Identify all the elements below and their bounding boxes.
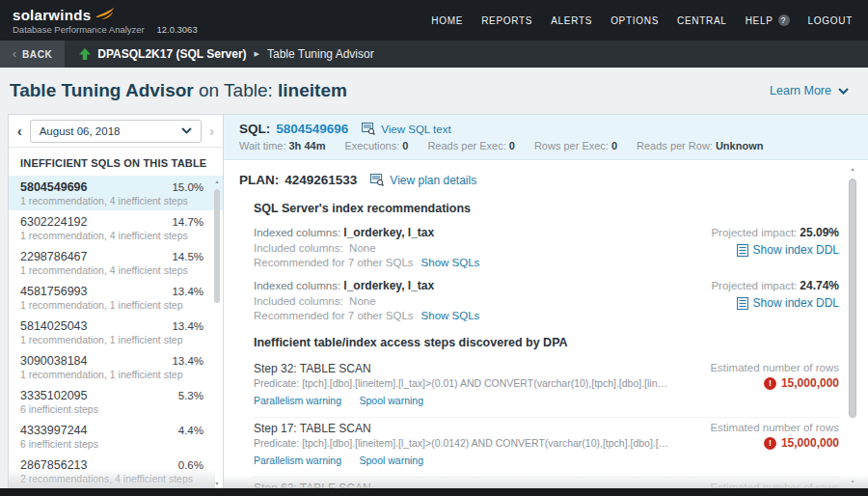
version-number: 12.0.3063 xyxy=(156,24,197,35)
solarwinds-brand: solarwinds xyxy=(13,9,91,22)
scrollbar-thumb[interactable] xyxy=(214,189,220,303)
nav-home[interactable]: HOME xyxy=(431,15,463,26)
sql-list-item[interactable]: 309003818413.4% 1 recommendation, 1 inef… xyxy=(9,349,223,384)
back-label: BACK xyxy=(22,49,52,60)
sql-stats-row: Wait time:3h 44m Executions:0 Reads per … xyxy=(239,140,853,152)
sql-list: 580454969615.0% 1 recommendation, 4 inef… xyxy=(9,176,223,488)
page-title: Table Tuning Advisor on Table: lineitem xyxy=(10,80,347,101)
learn-more-link[interactable]: Learn More xyxy=(770,84,849,97)
solarwinds-logo-icon xyxy=(95,7,116,19)
access-step: Step 62: TABLE SCAN Predicate: [tpch].[d… xyxy=(254,477,839,488)
chevron-down-icon xyxy=(181,127,192,134)
inefficient-sqls-title: INEFFICIENT SQLS ON THIS TABLE xyxy=(9,148,223,176)
index-recommendation: Indexed columns: l_orderkey, l_tax Inclu… xyxy=(254,226,839,268)
chevron-down-icon xyxy=(838,88,849,95)
alert-icon: ! xyxy=(764,377,776,390)
scroll-up-icon[interactable]: ▴ xyxy=(213,178,221,184)
sql-list-item[interactable]: 43339972444.4% 6 inefficient steps xyxy=(9,419,223,454)
chevron-left-icon: ‹ xyxy=(13,48,16,60)
breadcrumb-bar: ‹ BACK DPASQL2K17 (SQL Server) ▶ Table T… xyxy=(0,41,868,68)
back-button[interactable]: ‹ BACK xyxy=(0,41,65,68)
sql-list-item[interactable]: 630222419214.7% 1 recommendation, 4 inef… xyxy=(9,210,223,245)
show-sqls-link[interactable]: Show SQLs xyxy=(421,257,480,268)
sql-label: SQL: xyxy=(239,122,270,136)
status-up-arrow-icon xyxy=(79,48,91,60)
previous-day-button[interactable]: ‹ xyxy=(17,124,22,139)
estimated-rows-value: 15,000,000 xyxy=(781,436,839,450)
nav-alerts[interactable]: ALERTS xyxy=(551,15,592,26)
content-area: ‹ August 06, 2018 › INEFFICIENT SQLS ON … xyxy=(0,114,868,488)
sql-id-link[interactable]: 5804549696 xyxy=(276,122,348,136)
nav-options[interactable]: OPTIONS xyxy=(610,15,659,26)
plan-id: 4249261533 xyxy=(285,173,357,187)
sql-list-item[interactable]: 580454969615.0% 1 recommendation, 4 inef… xyxy=(9,176,223,210)
plan-label: PLAN: xyxy=(239,173,279,187)
parallelism-warning-link[interactable]: Parallelism warning xyxy=(254,395,341,406)
alert-icon: ! xyxy=(764,437,776,450)
show-sqls-link[interactable]: Show SQLs xyxy=(421,310,480,321)
spool-warning-link[interactable]: Spool warning xyxy=(360,455,424,466)
next-day-button[interactable]: › xyxy=(209,124,214,139)
date-dropdown[interactable]: August 06, 2018 xyxy=(30,120,203,143)
plan-details-area: PLAN: 4249261533 View plan details SQL S… xyxy=(224,160,868,488)
access-step: Step 17: TABLE SCAN Predicate: [tpch].[d… xyxy=(254,417,839,468)
sidebar: ‹ August 06, 2018 › INEFFICIENT SQLS ON … xyxy=(8,114,224,488)
table-name: lineitem xyxy=(278,80,347,100)
show-index-ddl-link[interactable]: Show index DDL xyxy=(753,243,839,257)
parallelism-warning-link[interactable]: Parallelism warning xyxy=(254,455,341,466)
dpa-app-window: solarwinds Database Performance Analyzer… xyxy=(0,0,868,496)
nav-reports[interactable]: REPORTS xyxy=(481,15,532,26)
sql-list-item[interactable]: 581402504313.4% 1 recommendation, 1 inef… xyxy=(9,315,223,349)
step-predicate: Predicate: [tpch].[dbo].[lineitem].[l_ta… xyxy=(254,437,670,449)
access-step: Step 32: TABLE SCAN Predicate: [tpch].[d… xyxy=(254,358,839,408)
ddl-document-icon xyxy=(737,244,748,257)
help-question-icon: ? xyxy=(778,14,790,26)
index-recommendations-title: SQL Server's index recommendations xyxy=(254,202,839,215)
window-bottom-edge xyxy=(0,488,868,496)
view-plan-details-icon xyxy=(370,174,384,186)
estimated-rows-value: 15,000,000 xyxy=(781,376,839,390)
main-panel: SQL: 5804549696 View SQL text Wait time:… xyxy=(224,114,868,488)
product-name: Database Performance Analyzer xyxy=(13,24,145,35)
view-plan-details-link[interactable]: View plan details xyxy=(390,174,476,187)
scroll-up-icon[interactable]: ▴ xyxy=(848,165,857,172)
nav-logout[interactable]: LOGOUT xyxy=(808,15,853,26)
breadcrumb-arrow-icon: ▶ xyxy=(255,50,259,58)
sql-summary-strip: SQL: 5804549696 View SQL text Wait time:… xyxy=(224,115,868,160)
top-navigation: HOME REPORTS ALERTS OPTIONS CENTRAL HELP… xyxy=(431,14,853,26)
title-bar: Table Tuning Advisor on Table: lineitem … xyxy=(0,68,868,114)
sql-list-item[interactable]: 33351020955.3% 6 inefficient steps xyxy=(9,384,223,419)
scroll-down-icon[interactable]: ▾ xyxy=(848,478,857,484)
view-sql-text-icon xyxy=(362,123,375,135)
sidebar-scrollbar[interactable]: ▴ ▾ xyxy=(213,178,221,486)
inefficient-steps-title: Inefficient table/index access steps dis… xyxy=(254,336,839,349)
date-navigator: ‹ August 06, 2018 › xyxy=(9,115,223,148)
top-bar: solarwinds Database Performance Analyzer… xyxy=(0,0,868,41)
step-predicate: Predicate: [tpch].[dbo].[lineitem].[l_ta… xyxy=(254,377,670,389)
nav-central[interactable]: CENTRAL xyxy=(677,15,727,26)
spool-warning-link[interactable]: Spool warning xyxy=(360,395,424,406)
show-index-ddl-link[interactable]: Show index DDL xyxy=(753,296,839,310)
brand-block: solarwinds Database Performance Analyzer… xyxy=(13,7,198,35)
scroll-down-icon[interactable]: ▾ xyxy=(213,480,221,486)
scrollbar-thumb[interactable] xyxy=(849,179,856,418)
main-scrollbar[interactable]: ▴ ▾ xyxy=(848,165,857,484)
index-recommendation: Indexed columns: l_orderkey, l_tax Inclu… xyxy=(254,279,839,321)
breadcrumb-page: Table Tuning Advisor xyxy=(267,47,374,61)
sql-list-item[interactable]: 229878646714.5% 1 recommendation, 4 inef… xyxy=(9,245,223,280)
breadcrumb-server[interactable]: DPASQL2K17 (SQL Server) xyxy=(97,47,246,61)
ddl-document-icon xyxy=(737,297,748,310)
view-sql-text-link[interactable]: View SQL text xyxy=(381,124,450,135)
sql-list-item[interactable]: 28678562130.6% 2 recommendations, 4 inef… xyxy=(9,454,223,488)
sql-list-item[interactable]: 458175699313.4% 1 recommendation, 1 inef… xyxy=(9,280,223,315)
nav-help[interactable]: HELP? xyxy=(746,14,790,26)
